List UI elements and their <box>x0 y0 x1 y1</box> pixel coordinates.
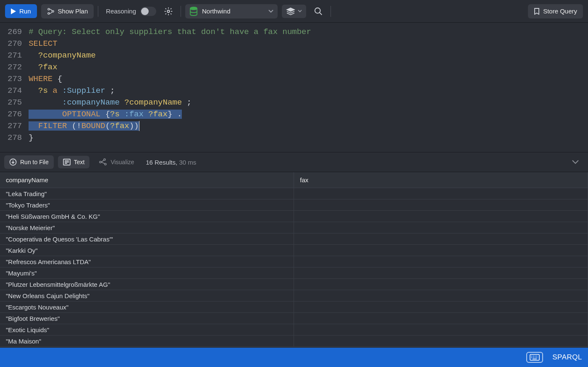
store-query-button[interactable]: Store Query <box>528 4 583 18</box>
visualize-label: Visualize <box>110 159 134 165</box>
table-row[interactable]: "Bigfoot Breweries" <box>0 313 588 324</box>
table-row[interactable]: "Leka Trading" <box>0 188 588 199</box>
layers-icon <box>286 7 295 16</box>
toolbar-divider-3 <box>331 6 331 17</box>
top-toolbar: Run Show Plan Reasoning <box>0 0 588 23</box>
code-editor[interactable]: 269270271272273274275276277278 # Query: … <box>0 23 588 152</box>
table-row[interactable]: "Tokyo Traders" <box>0 199 588 211</box>
text-view-button[interactable]: Text <box>58 156 90 168</box>
visualize-button[interactable]: Visualize <box>94 155 139 169</box>
table-cell: "Leka Trading" <box>0 188 294 199</box>
chevron-down-icon <box>298 10 302 13</box>
table-cell: "New Orleans Cajun Delights" <box>0 290 294 301</box>
table-cell <box>294 222 588 233</box>
store-query-label: Store Query <box>543 8 577 15</box>
layers-button[interactable] <box>282 5 306 18</box>
code-line[interactable]: ?fax <box>29 61 588 73</box>
results-time: 30 ms <box>179 159 196 166</box>
table-row[interactable]: "Plutzer Lebensmittelgroßmärkte AG" <box>0 279 588 290</box>
code-line[interactable]: OPTIONAL {?s :fax ?fax} . <box>29 108 588 120</box>
code-line[interactable]: :companyName ?companyName ; <box>29 97 588 108</box>
code-line[interactable]: ?companyName <box>29 50 588 61</box>
column-header[interactable]: companyName <box>0 172 294 188</box>
results-table-wrap[interactable]: companyNamefax "Leka Trading""Tokyo Trad… <box>0 172 588 348</box>
table-cell <box>294 245 588 256</box>
reasoning-toggle[interactable] <box>140 7 156 16</box>
download-icon <box>9 158 17 166</box>
table-row[interactable]: "Exotic Liquids" <box>0 324 588 336</box>
code-line[interactable]: SELECT <box>29 38 588 50</box>
results-table: companyNamefax "Leka Trading""Tokyo Trad… <box>0 172 588 347</box>
keyboard-shortcuts-button[interactable] <box>526 352 543 363</box>
keyboard-icon <box>530 354 540 361</box>
table-row[interactable]: "Karkki Oy" <box>0 245 588 256</box>
reasoning-toggle-knob <box>141 8 149 15</box>
play-icon <box>11 8 16 14</box>
database-select[interactable]: Northwind <box>185 4 278 18</box>
table-cell <box>294 267 588 279</box>
settings-button[interactable] <box>160 4 176 18</box>
language-indicator[interactable]: SPARQL <box>552 353 582 362</box>
database-icon <box>189 7 198 16</box>
code-line[interactable]: FILTER (!BOUND(?fax)) <box>29 120 588 132</box>
results-info: 16 Results, 30 ms <box>146 159 196 166</box>
show-plan-label: Show Plan <box>58 8 88 15</box>
editor-code[interactable]: # Query: Select only suppliers that don'… <box>27 23 588 152</box>
table-cell <box>294 256 588 267</box>
table-cell <box>294 233 588 245</box>
table-cell <box>294 199 588 211</box>
column-header[interactable]: fax <box>294 172 588 188</box>
table-row[interactable]: "New Orleans Cajun Delights" <box>0 290 588 301</box>
toolbar-divider-2 <box>181 6 181 17</box>
bookmark-icon <box>534 8 540 15</box>
table-cell: "Mayumi's" <box>0 267 294 279</box>
code-line[interactable]: # Query: Select only suppliers that don'… <box>29 26 588 38</box>
table-cell <box>294 290 588 301</box>
table-cell: "Ma Maison" <box>0 336 294 347</box>
svg-point-8 <box>100 161 101 163</box>
table-cell: "Heli Süßwaren GmbH & Co. KG" <box>0 211 294 222</box>
table-row[interactable]: "Escargots Nouveaux" <box>0 301 588 313</box>
code-line[interactable]: WHERE { <box>29 73 588 85</box>
table-cell <box>294 313 588 324</box>
table-cell <box>294 301 588 313</box>
table-row[interactable]: "Refrescos Americanas LTDA" <box>0 256 588 267</box>
code-line[interactable]: } <box>29 132 588 144</box>
chevron-down-icon <box>268 10 273 13</box>
status-bar: SPARQL <box>0 348 588 367</box>
table-row[interactable]: "Cooperativa de Quesos 'Las Cabras'" <box>0 233 588 245</box>
gear-icon <box>164 7 173 16</box>
table-row[interactable]: "Heli Süßwaren GmbH & Co. KG" <box>0 211 588 222</box>
table-cell: "Tokyo Traders" <box>0 199 294 211</box>
run-button[interactable]: Run <box>5 4 37 18</box>
table-cell: "Norske Meierier" <box>0 222 294 233</box>
collapse-results-button[interactable] <box>567 157 584 167</box>
table-cell: "Cooperativa de Quesos 'Las Cabras'" <box>0 233 294 245</box>
table-cell <box>294 211 588 222</box>
svg-rect-11 <box>530 354 539 360</box>
table-cell: "Bigfoot Breweries" <box>0 313 294 324</box>
flow-icon <box>47 8 55 15</box>
table-row[interactable]: "Ma Maison" <box>0 336 588 347</box>
text-icon <box>63 159 71 165</box>
results-toolbar: Run to File Text Visualize 16 Results, 3… <box>0 152 588 172</box>
table-cell: "Exotic Liquids" <box>0 324 294 336</box>
svg-point-4 <box>190 7 197 10</box>
search-button[interactable] <box>310 4 326 18</box>
svg-point-5 <box>315 8 320 13</box>
database-name: Northwind <box>202 8 231 15</box>
run-to-file-label: Run to File <box>20 159 49 165</box>
table-cell: "Karkki Oy" <box>0 245 294 256</box>
svg-point-1 <box>48 13 50 14</box>
show-plan-button[interactable]: Show Plan <box>41 4 94 18</box>
code-line[interactable]: ?s a :Supplier ; <box>29 85 588 97</box>
table-row[interactable]: "Norske Meierier" <box>0 222 588 233</box>
table-cell <box>294 188 588 199</box>
table-row[interactable]: "Mayumi's" <box>0 267 588 279</box>
run-to-file-button[interactable]: Run to File <box>4 155 54 169</box>
table-cell: "Plutzer Lebensmittelgroßmärkte AG" <box>0 279 294 290</box>
reasoning-toggle-wrap: Reasoning <box>106 7 156 16</box>
table-cell <box>294 336 588 347</box>
reasoning-label: Reasoning <box>106 8 136 15</box>
table-cell <box>294 324 588 336</box>
